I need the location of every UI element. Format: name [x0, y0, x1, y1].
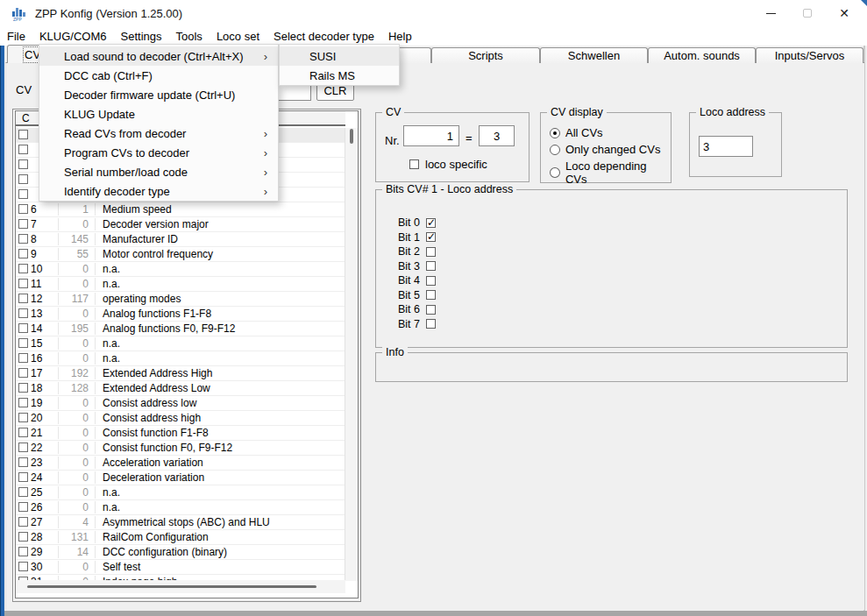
bit-checkbox[interactable] [426, 305, 436, 315]
menu-item-dcc-cab-ctrl-f-[interactable]: DCC cab (Ctrl+F) [39, 66, 278, 85]
bit-checkbox[interactable] [426, 290, 436, 300]
minimize-button[interactable] [752, 0, 789, 26]
radio-option-only-changed-cvs[interactable]: Only changed CVs [550, 143, 660, 156]
bit-checkbox[interactable] [426, 218, 436, 228]
row-checkbox[interactable] [18, 204, 28, 214]
menubar-item-klug-com6[interactable]: KLUG/COM6 [32, 26, 114, 46]
table-row-cv-9[interactable]: 955Motor control frequency [16, 247, 345, 262]
table-row-cv-15[interactable]: 150n.a. [16, 336, 345, 351]
table-row-cv-22[interactable]: 220Consist function F0, F9-F12 [16, 441, 345, 456]
menu-item-decoder-firmware-update-ctrl-u[interactable]: Decoder firmware update (Ctrl+U) [39, 85, 278, 104]
menubar-item-file[interactable]: File [7, 26, 32, 46]
menu-item-program-cvs-to-decoder[interactable]: Program CVs to decoder› [39, 143, 278, 162]
table-row-cv-28[interactable]: 28131RailCom Configuration [16, 530, 345, 545]
close-button[interactable]: ✕ [826, 0, 863, 26]
bit-checkbox[interactable] [426, 276, 436, 286]
menu-item-identify-decoder-type[interactable]: Identify decoder type› [39, 181, 278, 201]
tab-inputs-servos[interactable]: Inputs/Servos [756, 47, 863, 63]
table-row-cv-17[interactable]: 17192Extended Address High [16, 366, 345, 381]
row-checkbox[interactable] [18, 130, 28, 139]
table-row-cv-10[interactable]: 100n.a. [16, 262, 345, 277]
row-checkbox[interactable] [18, 562, 28, 571]
table-row-cv-14[interactable]: 14195Analog functions F0, F9-F12 [16, 322, 345, 336]
row-checkbox[interactable] [18, 502, 28, 512]
loco-address-input[interactable] [699, 136, 753, 157]
row-checkbox[interactable] [18, 457, 28, 467]
menubar-item-loco-set[interactable]: Loco set [210, 26, 266, 46]
row-checkbox[interactable] [18, 189, 28, 199]
radio-icon [550, 128, 560, 138]
table-row-cv-24[interactable]: 240Deceleration variation [16, 471, 345, 485]
table-row-cv-11[interactable]: 110n.a. [16, 277, 345, 292]
row-checkbox[interactable] [18, 264, 28, 273]
table-row-cv-21[interactable]: 210Consist function F1-F8 [16, 426, 345, 441]
table-row-cv-27[interactable]: 274Asymmetrical stops (ABC) and HLU [16, 515, 345, 530]
bit-checkbox[interactable] [426, 232, 436, 242]
row-checkbox[interactable] [18, 472, 28, 482]
table-row-cv-25[interactable]: 250n.a. [16, 485, 345, 500]
menubar-item-select-decoder-type[interactable]: Select decoder type [266, 26, 381, 46]
loco-specific-checkbox[interactable] [409, 159, 419, 169]
maximize-button[interactable] [789, 0, 826, 26]
bit-checkbox[interactable] [426, 247, 436, 257]
menu-item-klug-update[interactable]: KLUG Update [39, 104, 278, 124]
submenu-item-susi[interactable]: SUSI [280, 46, 399, 66]
table-row-cv-29[interactable]: 2914DCC configuration (binary) [16, 545, 345, 560]
row-checkbox[interactable] [18, 428, 28, 437]
tab-schwellen[interactable]: Schwellen [540, 47, 648, 63]
radio-option-loco-depending-cvs[interactable]: Loco depending CVs [550, 159, 671, 186]
menubar-item-tools[interactable]: Tools [169, 26, 210, 46]
cv-value-input[interactable] [479, 125, 515, 146]
horizontal-scrollbar-thumb[interactable] [27, 585, 316, 588]
row-checkbox[interactable] [18, 234, 28, 244]
tab-label: Inputs/Servos [775, 49, 845, 62]
row-checkbox[interactable] [18, 517, 28, 527]
menu-item-serial-number-load-code[interactable]: Serial number/load code› [39, 162, 278, 181]
menu-item-read-cvs-from-decoder[interactable]: Read CVs from decoder› [39, 124, 278, 143]
tab-scripts[interactable]: Scripts [431, 47, 540, 63]
row-checkbox[interactable] [18, 279, 28, 288]
row-checkbox[interactable] [18, 219, 28, 229]
submenu-item-rails-ms[interactable]: Rails MS [280, 66, 399, 85]
row-checkbox[interactable] [18, 323, 28, 333]
row-checkbox[interactable] [18, 353, 28, 363]
row-checkbox[interactable] [18, 547, 28, 556]
row-checkbox[interactable] [18, 398, 28, 407]
row-checkbox[interactable] [18, 294, 28, 303]
table-row-cv-16[interactable]: 160n.a. [16, 351, 345, 366]
horizontal-scrollbar[interactable] [16, 580, 345, 593]
table-row-cv-6[interactable]: 61Medium speed [16, 202, 345, 217]
row-checkbox[interactable] [18, 159, 28, 169]
row-checkbox[interactable] [18, 249, 28, 258]
table-row-cv-30[interactable]: 300Self test [16, 560, 345, 575]
menubar-item-settings[interactable]: Settings [114, 26, 169, 46]
row-checkbox[interactable] [18, 532, 28, 542]
row-checkbox[interactable] [18, 413, 28, 422]
table-row-cv-23[interactable]: 230Acceleration variation [16, 456, 345, 471]
table-row-cv-7[interactable]: 70Decoder version major [16, 217, 345, 232]
row-checkbox[interactable] [18, 368, 28, 378]
vertical-scrollbar[interactable] [345, 128, 358, 581]
table-row-cv-13[interactable]: 130Analog functions F1-F8 [16, 307, 345, 322]
menu-item-load-sound-to-decoder-ctrl-alt[interactable]: Load sound to decoder (Ctrl+Alt+X)› [39, 46, 278, 66]
table-row-cv-18[interactable]: 18128Extended Address Low [16, 381, 345, 396]
table-row-cv-26[interactable]: 260n.a. [16, 500, 345, 515]
radio-option-all-cvs[interactable]: All CVs [550, 126, 603, 139]
row-checkbox[interactable] [18, 443, 28, 452]
vertical-scrollbar-thumb[interactable] [350, 129, 353, 144]
row-checkbox[interactable] [18, 383, 28, 393]
row-checkbox[interactable] [18, 338, 28, 348]
table-row-cv-19[interactable]: 190Consist address low [16, 396, 345, 411]
table-row-cv-8[interactable]: 8145Manufacturer ID [16, 232, 345, 247]
bit-checkbox[interactable] [426, 261, 436, 271]
row-checkbox[interactable] [18, 487, 28, 497]
menubar-item-help[interactable]: Help [381, 26, 419, 46]
table-row-cv-20[interactable]: 200Consist address high [16, 411, 345, 426]
table-row-cv-12[interactable]: 12117operating modes [16, 292, 345, 307]
cv-number-input[interactable] [403, 125, 459, 146]
row-checkbox[interactable] [18, 174, 28, 184]
row-checkbox[interactable] [18, 308, 28, 318]
row-checkbox[interactable] [18, 145, 28, 154]
tab-autom-sounds[interactable]: Autom. sounds [648, 47, 756, 63]
bit-checkbox[interactable] [426, 319, 436, 329]
